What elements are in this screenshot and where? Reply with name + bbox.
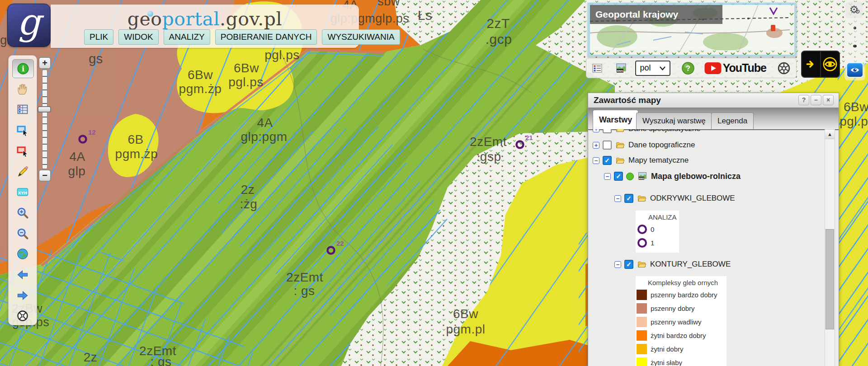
expander-icon[interactable]: − [593,157,599,164]
map-label: : gs [293,284,315,298]
svg-text:?: ? [686,64,690,72]
legend-item: żytni dobry [637,343,726,354]
youtube-button[interactable]: YouTube [704,61,766,75]
folder-icon [615,129,625,133]
center-view-tool[interactable] [12,307,33,325]
ring-symbol-icon [637,238,647,248]
map-label: glp:pgm [241,130,287,144]
folder-icon [637,194,647,203]
svg-text:i: i [22,65,24,73]
marker-number: 21 [525,134,533,141]
select-red-icon [16,145,29,157]
extent-icon [16,310,29,322]
zoom-slider-handle[interactable] [38,106,51,113]
tab-warstwy[interactable]: Warstwy [593,110,638,129]
contrast-arrow-button[interactable] [802,52,821,77]
layer-checkbox[interactable] [603,129,612,133]
layer-checkbox[interactable] [603,141,612,150]
draw-measure-tool[interactable] [12,163,33,181]
layer-checkbox[interactable]: ✓ [614,172,623,181]
app-header: geoportal.gov.pl PLIKWIDOKANALIZYPOBIERA… [51,5,359,48]
map-label: 6Bw [453,307,478,321]
panel-tabs: WarstwyWyszukaj warstwęLegenda [588,108,839,130]
menu-item-plik[interactable]: PLIK [84,29,113,45]
menu-item-widok[interactable]: WIDOK [118,29,158,45]
color-swatch [637,344,647,354]
layer-label[interactable]: ODKRYWKI_GLEBOWE [650,194,735,203]
panel-help-button[interactable]: ? [798,95,809,105]
settings-button[interactable]: ⚙ ⚙ [845,2,863,18]
previous-view-tool[interactable] [12,266,33,284]
folder-icon [615,156,625,165]
scrollbar-thumb[interactable] [826,229,834,329]
layer-label[interactable]: Dane specjalistyczne [628,129,701,133]
layer-checkbox[interactable]: ✓ [624,260,633,269]
map-label: sbw [377,0,400,8]
folder-icon [615,141,625,150]
layer-status-dot [626,173,634,180]
deselect-by-rectangle-tool[interactable] [12,142,33,160]
map-label: 4A [69,150,85,164]
map-label: 2zT [486,16,510,31]
help-icon[interactable]: ? [681,61,695,75]
zoom-out-icon [16,227,29,240]
map-label: glp [68,164,86,178]
rail-marker-icon[interactable] [851,42,859,50]
pan-tool[interactable] [12,80,33,98]
layer-label[interactable]: Dane topograficzne [628,141,695,150]
layer-label[interactable]: Mapy tematyczne [628,156,689,165]
layer-label[interactable]: KONTURY_GLEBOWE [650,260,731,269]
zoom-in-tool[interactable] [12,204,33,222]
question-icon: ? [681,61,695,75]
map-label: pgm.żp [115,147,158,161]
zoom-out-button[interactable]: − [38,169,51,182]
overview-title: Geoportal krajowy [590,5,722,24]
zoom-slider: + − [38,57,52,182]
navigation-wheel-icon[interactable] [777,61,791,75]
expander-icon[interactable]: + [593,129,599,132]
map-toolbar: iXYH [8,55,37,325]
identify-tool[interactable]: i [12,59,34,78]
overview-map[interactable]: Geoportal krajowy [588,3,797,57]
menu-item-wyszukiwania[interactable]: WYSZUKIWANIA [322,29,400,45]
layer-checkbox[interactable]: ✓ [624,194,633,203]
zoom-in-button[interactable]: + [38,57,51,69]
zoom-slider-track[interactable] [42,70,47,169]
wms-layer-icon: WMS [637,172,648,181]
language-value: pol [640,63,651,73]
next-view-tool[interactable] [12,286,33,305]
map-contents-panel: Zawartość mapy ? – × WarstwyWyszukaj war… [588,93,839,366]
rail-tool-icon[interactable] [851,24,859,32]
expander-icon[interactable]: − [614,195,621,202]
map-label: 6Bw [844,100,868,114]
map-label: 2zEmt [286,270,323,284]
layer-node-dane-topograficzne: +Dane topograficzne [593,139,695,151]
panel-minimize-button[interactable]: – [811,95,821,105]
attribute-table-tool[interactable] [12,100,33,118]
full-extent-tool[interactable] [12,245,33,263]
wms-icon[interactable]: WMS [615,63,627,74]
layer-label[interactable]: Mapa glebowo-rolnicza [651,172,741,181]
menu-item-pobieranie-danych[interactable]: POBIERANIE DANYCH [215,29,317,45]
tab-wyszukaj-warstwę[interactable]: Wyszukaj warstwę [636,113,712,129]
visibility-button[interactable] [846,62,863,78]
pencil-icon [16,165,29,178]
expander-icon[interactable]: + [593,142,599,149]
zoom-out-tool[interactable] [12,225,33,243]
tab-legenda[interactable]: Legenda [711,113,754,129]
map-label: gs [89,52,103,66]
expander-icon[interactable]: − [604,173,611,180]
geoportal-logo[interactable]: g [7,4,51,47]
select-by-rectangle-tool[interactable] [12,121,33,139]
coordinates-xyh-tool[interactable]: XYH [12,183,33,201]
map-label: 6Bw [234,61,259,75]
language-select[interactable]: pol [635,61,670,76]
menu-item-analizy[interactable]: ANALIZY [164,29,210,45]
high-contrast-button[interactable] [821,52,839,77]
legend-toggle-icon[interactable] [592,63,603,74]
panel-scrollbar[interactable]: ▲ [825,129,835,366]
panel-close-button[interactable]: × [823,95,834,105]
layer-checkbox[interactable]: ✓ [603,156,612,165]
expander-icon[interactable]: − [614,261,621,268]
scroll-up-arrow[interactable]: ▲ [825,130,835,139]
